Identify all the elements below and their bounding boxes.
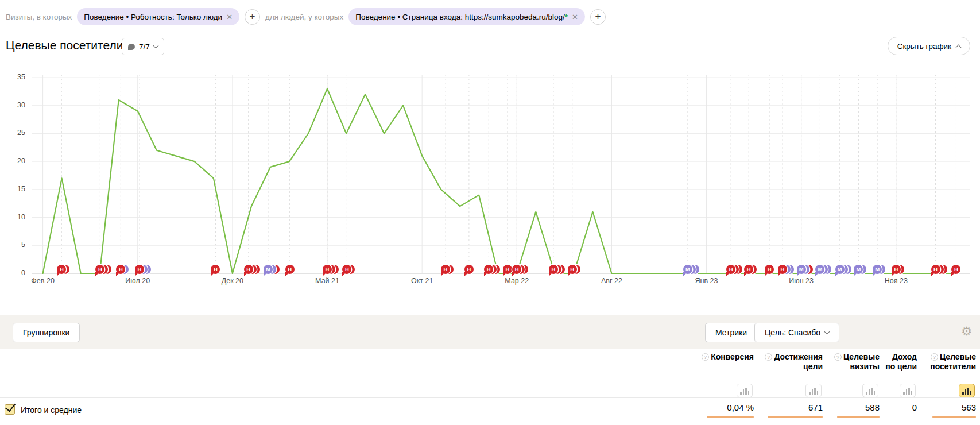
help-icon[interactable]: ? bbox=[834, 353, 842, 361]
wildcard-star: * bbox=[565, 13, 568, 21]
filter-chip-robotness-text: Поведение • Роботность: Только люди bbox=[84, 13, 222, 21]
comment-marker-n[interactable]: Н bbox=[342, 265, 351, 274]
help-icon[interactable]: ? bbox=[931, 353, 938, 361]
metric-chart-toggle-icon[interactable] bbox=[900, 384, 916, 397]
goal-select[interactable]: Цель: Спасибо bbox=[754, 323, 839, 342]
totals-row: Итого и средние 0,04 %6715880563 bbox=[0, 397, 980, 423]
add-people-filter-button[interactable]: + bbox=[590, 9, 606, 25]
y-axis-tick-label: 25 bbox=[3, 129, 25, 137]
comment-marker-n[interactable]: Н bbox=[211, 265, 220, 274]
comment-marker-m[interactable]: М bbox=[264, 265, 273, 274]
x-axis-tick-label: Дек 20 bbox=[212, 277, 253, 285]
comment-bubble-letter-icon: Н bbox=[285, 265, 295, 274]
metric-chart-toggle-icon[interactable] bbox=[805, 384, 822, 397]
comment-bubble-letter-icon: Н bbox=[892, 265, 901, 274]
comment-bubble-letter-icon: Н bbox=[323, 265, 332, 274]
column-header-2[interactable]: ?Достижения цели bbox=[755, 352, 823, 372]
comment-marker-m[interactable]: М bbox=[835, 265, 845, 274]
comment-bubble-letter-icon: М bbox=[797, 265, 806, 274]
comment-marker-n[interactable]: Н bbox=[503, 265, 512, 274]
comment-bubble-letter-icon: Н bbox=[211, 265, 220, 274]
comment-marker-m[interactable]: М bbox=[683, 265, 692, 274]
x-axis-tick-label: Авг 22 bbox=[591, 277, 632, 285]
comment-marker-n[interactable]: Н bbox=[95, 265, 104, 274]
y-axis-tick-label: 0 bbox=[3, 269, 25, 277]
comment-marker-n[interactable]: Н bbox=[892, 265, 901, 274]
comment-marker-n[interactable]: Н bbox=[116, 265, 125, 274]
comment-bubble-letter-icon: М bbox=[264, 265, 273, 274]
comment-marker-m[interactable]: М bbox=[797, 265, 806, 274]
groupings-button[interactable]: Группировки bbox=[13, 323, 80, 342]
help-icon[interactable]: ? bbox=[765, 353, 772, 361]
comment-marker-n[interactable]: Н bbox=[568, 265, 577, 274]
remove-filter-icon[interactable]: ✕ bbox=[572, 13, 578, 21]
comment-marker-n[interactable]: Н bbox=[512, 265, 521, 274]
totals-value-bar bbox=[932, 416, 976, 418]
remove-filter-icon[interactable]: ✕ bbox=[226, 13, 233, 21]
comment-marker-n[interactable]: Н bbox=[765, 265, 774, 274]
comment-marker-n[interactable]: Н bbox=[484, 265, 493, 274]
comment-bubble-letter-icon: Н bbox=[441, 265, 450, 274]
comment-marker-n[interactable]: Н bbox=[135, 265, 144, 274]
metric-chart-toggle-icon[interactable] bbox=[959, 384, 975, 397]
column-header-3[interactable]: ?Целевые визиты bbox=[824, 352, 880, 372]
visits-condition-label: Визиты, в которых bbox=[6, 13, 72, 21]
metric-chart-toggle-icon[interactable] bbox=[862, 384, 878, 397]
comment-bubble-letter-icon: Н bbox=[931, 265, 940, 274]
filter-chip-landing-page[interactable]: Поведение • Страница входа: https://sumk… bbox=[348, 8, 585, 25]
help-icon[interactable]: ? bbox=[702, 353, 709, 361]
comment-bubble-letter-icon: Н bbox=[244, 265, 253, 274]
add-visit-filter-button[interactable]: + bbox=[245, 9, 260, 25]
comment-marker-n[interactable]: Н bbox=[244, 265, 253, 274]
chevron-down-icon bbox=[153, 43, 158, 49]
x-axis-tick-label: Июл 20 bbox=[118, 277, 158, 285]
column-header-5[interactable]: ?Целевые посетители bbox=[908, 352, 976, 372]
metric-chart-toggle-icon[interactable] bbox=[737, 384, 753, 397]
metrica-report-page: { "filter_bar": { "visits_label": "Визит… bbox=[0, 0, 980, 425]
metrics-button[interactable]: Метрики bbox=[705, 323, 757, 342]
comment-bubble-letter-icon: М bbox=[683, 265, 692, 274]
totals-checkbox[interactable] bbox=[5, 404, 15, 415]
filter-chip-robotness[interactable]: Поведение • Роботность: Только люди ✕ bbox=[77, 8, 239, 25]
comment-bubble-letter-icon: Н bbox=[951, 265, 960, 274]
x-axis-tick-label: Ноя 23 bbox=[876, 277, 916, 285]
comment-bubble-letter-icon: Н bbox=[765, 265, 774, 274]
x-axis-tick-label: Фев 20 bbox=[23, 277, 63, 285]
comment-marker-m[interactable]: М bbox=[854, 265, 863, 274]
totals-value: 563 bbox=[907, 403, 976, 412]
comment-marker-n[interactable]: Н bbox=[726, 265, 735, 274]
x-axis-tick-label: Июн 23 bbox=[781, 277, 822, 285]
comment-bubble-letter-icon: Н bbox=[135, 265, 144, 274]
comment-marker-n[interactable]: Н bbox=[931, 265, 940, 274]
totals-value-bar bbox=[768, 416, 823, 418]
gear-icon[interactable]: ⚙ bbox=[961, 325, 972, 337]
chart-plot-area bbox=[32, 71, 970, 277]
page-title: Целевые посетители bbox=[6, 38, 123, 52]
y-axis-tick-label: 5 bbox=[3, 241, 25, 249]
totals-value-bar bbox=[837, 416, 880, 418]
comments-dropdown[interactable]: 7/7 bbox=[122, 38, 164, 55]
chevron-up-icon bbox=[956, 44, 962, 50]
hide-chart-button[interactable]: Скрыть график bbox=[888, 37, 970, 55]
comment-bubble-icon bbox=[128, 44, 135, 50]
comment-marker-n[interactable]: Н bbox=[285, 265, 295, 274]
comment-marker-m[interactable]: М bbox=[815, 265, 824, 274]
comment-marker-n[interactable]: Н bbox=[744, 265, 753, 274]
comment-marker-n[interactable]: Н bbox=[57, 265, 66, 274]
people-condition-label: для людей, у которых bbox=[265, 13, 343, 21]
totals-value: 0 bbox=[848, 403, 917, 412]
comment-marker-n[interactable]: Н bbox=[778, 265, 787, 274]
totals-value: 0,04 % bbox=[685, 403, 754, 412]
comment-marker-n[interactable]: Н bbox=[441, 265, 450, 274]
column-header-1[interactable]: ?Конверсия bbox=[682, 352, 754, 362]
x-axis-tick-label: Мар 22 bbox=[497, 277, 537, 285]
comment-marker-n[interactable]: Н bbox=[951, 265, 960, 274]
comment-marker-n[interactable]: Н bbox=[464, 265, 474, 274]
comment-marker-m[interactable]: М bbox=[873, 265, 882, 274]
segment-filter-bar: Визиты, в которых Поведение • Роботность… bbox=[6, 7, 606, 26]
comment-marker-n[interactable]: Н bbox=[323, 265, 332, 274]
y-axis-tick-label: 35 bbox=[3, 73, 25, 81]
comment-bubble-letter-icon: Н bbox=[778, 265, 787, 274]
comment-marker-n[interactable]: Н bbox=[549, 265, 558, 274]
comment-bubble-letter-icon: Н bbox=[464, 265, 474, 274]
